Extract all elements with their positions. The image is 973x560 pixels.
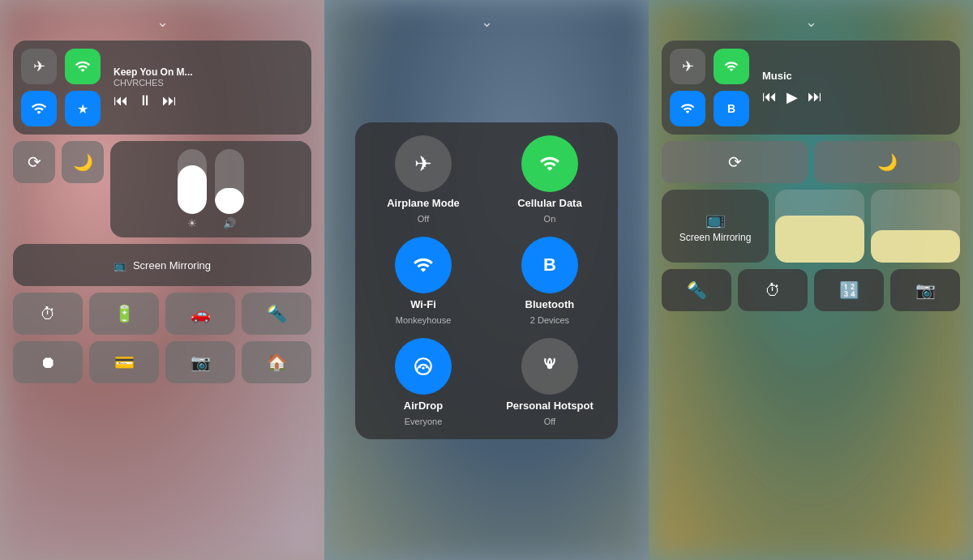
cellular-label-2: Cellular Data [517,197,581,209]
connectivity-toggles-3: ✈ B [670,49,751,126]
music-controls-3: ⏮ ▶ ⏭ [762,88,952,106]
screen-mirror-button-1[interactable]: 📺 Screen Mirroring [13,244,311,286]
chevron-icon-2[interactable]: ⌄ [481,15,493,29]
do-not-disturb-button-3[interactable]: 🌙 [814,141,960,183]
record-button-1[interactable]: ⏺ [13,341,83,383]
connectivity-toggles-1: ✈ ★ [21,49,102,126]
hotspot-btn-2[interactable] [521,338,578,395]
screen-mirror-icon-1: 📺 [114,259,126,271]
airdrop-item-2[interactable]: AirDrop Everyone [368,338,478,426]
cellular-sub-2: On [544,214,556,224]
wifi-sub-2: Monkeyhouse [396,315,452,325]
wifi-btn-2[interactable] [395,237,452,293]
music-controls-1: ⏮ ⏸ ⏭ [114,92,303,109]
do-not-disturb-button-1[interactable]: 🌙 [62,141,104,183]
connectivity-grid-2: ✈ Airplane Mode Off Cellular Data On [368,135,605,426]
airplane-mode-button-1[interactable]: ✈ [21,49,57,84]
svg-point-0 [415,358,431,374]
airdrop-sub-2: Everyone [405,417,442,426]
bluetooth-label-2: Bluetooth [525,298,575,310]
music-artist-1: CHVRCHES [114,78,303,88]
volume-slider-3[interactable] [871,190,960,263]
connectivity-card-2: ✈ Airplane Mode Off Cellular Data On [355,122,618,439]
sliders-card-1: ☀ 🔊 [110,141,311,237]
sm-row-3: 📺 Screen Mirroring [662,190,960,263]
wallet-button-1[interactable]: 💳 [89,341,159,383]
brightness-slider-1[interactable] [178,149,207,214]
airdrop-label-2: AirDrop [404,400,443,412]
music-player-1: Keep You On M... CHVRCHES ⏮ ⏸ ⏭ [109,49,303,126]
prev-button-3[interactable]: ⏮ [762,88,777,106]
airdrop-btn-2[interactable] [395,338,452,395]
svg-point-2 [548,365,551,368]
panel-1: ⌄ ✈ ★ Keep You On M... CHVRCHES ⏮ ⏸ ⏭ [0,0,324,560]
row4-3: 🔦 ⏱ 🔢 📷 [662,269,960,311]
pause-button-1[interactable]: ⏸ [138,92,152,109]
next-button-1[interactable]: ⏭ [162,92,177,109]
flashlight-button-1[interactable]: 🔦 [242,293,311,335]
hotspot-item-2[interactable]: Personal Hotspot Off [495,338,605,426]
rotation-lock-button-1[interactable]: ⟳ [13,141,55,183]
airplane-mode-item-2[interactable]: ✈ Airplane Mode Off [368,135,478,224]
hotspot-sub-2: Off [544,417,555,426]
screen-mirror-label-3: Screen Mirroring [679,232,752,243]
cellular-btn-2[interactable] [521,135,578,192]
screen-mirror-label-1: Screen Mirroring [133,259,211,271]
row5-1: ⏺ 💳 📷 🏠 [13,341,311,383]
calculator-button-3[interactable]: 🔢 [814,269,884,311]
brightness-slider-3[interactable] [775,190,864,263]
row4-1: ⏱ 🔋 🚗 🔦 [13,293,311,335]
flashlight-button-3[interactable]: 🔦 [662,269,731,311]
airplane-mode-sub-2: Off [418,214,429,224]
screen-mirror-button-3[interactable]: 📺 Screen Mirroring [662,190,769,263]
top-card-3: ✈ B Music ⏮ ▶ ⏭ [662,41,960,135]
rotation-lock-button-3[interactable]: ⟳ [662,141,808,183]
cellular-button-1[interactable] [65,49,101,84]
wifi-label-2: Wi-Fi [410,298,436,310]
music-title-3: Music [762,70,952,82]
carplay-button-1[interactable]: 🚗 [165,293,235,335]
timer-button-1[interactable]: ⏱ [13,293,83,335]
camera-button-3[interactable]: 📷 [890,269,960,311]
airplane-mode-btn-2[interactable]: ✈ [395,135,452,192]
airplane-mode-label-2: Airplane Mode [387,197,460,209]
battery-button-1[interactable]: 🔋 [89,293,159,335]
cellular-item-2[interactable]: Cellular Data On [495,135,605,224]
music-player-3: Music ⏮ ▶ ⏭ [757,49,952,126]
prev-button-1[interactable]: ⏮ [114,92,128,109]
bluetooth-button-1[interactable]: ★ [65,91,101,126]
bluetooth-button-3[interactable]: B [714,91,749,126]
wifi-button-3[interactable] [670,91,705,126]
music-title-1: Keep You On M... [114,66,219,78]
chevron-icon-3[interactable]: ⌄ [805,15,817,29]
chevron-icon-1[interactable]: ⌄ [156,15,169,29]
bluetooth-sub-2: 2 Devices [530,315,569,325]
bluetooth-item-2[interactable]: B Bluetooth 2 Devices [495,237,605,325]
screen-mirror-card-1: 📺 Screen Mirroring [13,244,311,286]
cellular-button-3[interactable] [714,49,749,84]
timer-button-3[interactable]: ⏱ [738,269,808,311]
hotspot-label-2: Personal Hotspot [506,400,594,412]
panel-2: ⌄ ✈ Airplane Mode Off Cellular Data On [324,0,649,560]
svg-point-1 [422,367,424,370]
wifi-item-2[interactable]: Wi-Fi Monkeyhouse [368,237,478,325]
bluetooth-btn-2[interactable]: B [521,237,578,293]
panel-3: ⌄ ✈ B Music ⏮ ▶ ⏭ [649,0,973,560]
row2-3: ⟳ 🌙 [662,141,960,183]
wifi-button-1[interactable] [21,91,57,126]
play-button-3[interactable]: ▶ [787,88,798,106]
next-button-3[interactable]: ⏭ [808,88,822,106]
home-button-1[interactable]: 🏠 [242,341,311,383]
volume-slider-1[interactable] [215,149,244,214]
top-card-1: ✈ ★ Keep You On M... CHVRCHES ⏮ ⏸ ⏭ [13,41,311,135]
camera-button-1[interactable]: 📷 [165,341,235,383]
screen-mirror-icon-3: 📺 [705,209,726,229]
airplane-mode-button-3[interactable]: ✈ [670,49,705,84]
